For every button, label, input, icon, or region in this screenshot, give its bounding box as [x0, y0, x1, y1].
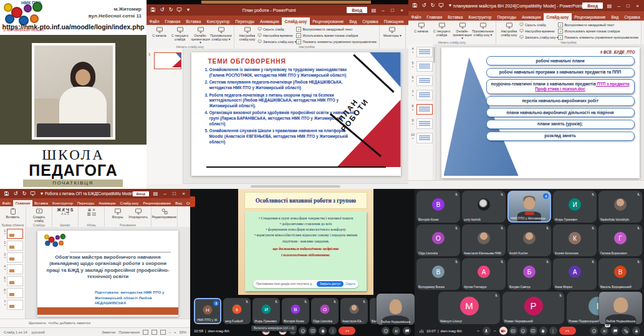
participant-tile[interactable]: OOlga Lisovska — [416, 224, 460, 256]
participant-tile[interactable]: НМК ПТО у Житомирській о... — [507, 191, 551, 223]
zoom-level[interactable]: 33% — [179, 330, 186, 334]
slide-thumbnail[interactable]: 9* — [410, 118, 435, 129]
participant-tile[interactable]: МMaksym Lisovyi — [438, 292, 500, 324]
undo-icon[interactable]: ↺ — [421, 2, 427, 9]
raise-hand-button[interactable] — [539, 327, 547, 335]
ribbon-tab-файл[interactable]: Файл — [147, 17, 162, 25]
checkbox-checked-icon[interactable]: ✓ — [296, 27, 301, 32]
slide-thumbnail[interactable]: 7* — [2, 300, 24, 310]
slide-thumbnails-pane[interactable]: 1*2*3*4*5*6*7* — [0, 227, 26, 319]
close-button[interactable]: × — [397, 6, 406, 15]
participant-tile[interactable]: Анастасія Євгеньєва НМК П... — [462, 224, 506, 256]
setup-slideshow-button[interactable]: Настройка слайд-шоу — [237, 26, 257, 41]
participant-tile[interactable]: ИИгорь Гриневич — [553, 191, 597, 223]
qat-dropdown-icon[interactable]: ▾ — [185, 7, 191, 13]
hide-slide-button[interactable]: Скрыть слайд — [257, 26, 296, 32]
chevron-icon[interactable] — [476, 327, 481, 335]
participant-tile[interactable]: ВВікторія Козак — [416, 191, 460, 223]
maximize-button[interactable]: □ — [388, 6, 397, 15]
host-controls-button[interactable] — [632, 327, 640, 335]
participant-tile[interactable]: ВВікторія Козак — [282, 298, 309, 324]
raise-hand-button[interactable] — [319, 327, 327, 335]
present-button[interactable] — [529, 327, 537, 335]
save-icon[interactable] — [4, 191, 10, 197]
ribbon-tab-вид[interactable]: Вид — [173, 200, 185, 206]
ribbon-tab-рецензирование[interactable]: Рецензирование — [310, 17, 347, 25]
ribbon-tab-анимации[interactable]: Анимации — [257, 17, 282, 25]
ribbon-tab-рецензирование[interactable]: Рецензирование — [141, 200, 173, 206]
participant-tile[interactable]: ННМК ПТО у Ж... — [194, 298, 221, 324]
ribbon-tab-слайд-шоу[interactable]: Слайд-шоу — [544, 13, 572, 21]
paragraph-controls[interactable]: ≣ ≡☰ ☷ — [81, 208, 102, 216]
save-icon[interactable] — [412, 2, 418, 9]
ribbon-tab-справка[interactable]: Справка — [184, 200, 190, 206]
slide-thumbnail[interactable]: 4* — [2, 264, 24, 274]
ribbon-tab-переходы[interactable]: Переходы — [233, 17, 257, 25]
qat-dropdown-icon[interactable]: ▾ — [39, 191, 45, 197]
slide-thumbnail[interactable]: 5* — [2, 276, 24, 286]
reactions-button[interactable] — [519, 327, 527, 335]
more-options-button[interactable] — [329, 327, 337, 335]
from-current-slide-button[interactable]: С текущего слайда — [431, 22, 452, 37]
normal-view-icon[interactable] — [143, 330, 148, 335]
slide-thumbnail[interactable]: 6* — [2, 288, 24, 298]
from-start-button[interactable]: С начала — [411, 22, 431, 34]
rehearse-timings-button[interactable]: Настройка времени — [257, 32, 296, 38]
slideshow-view-icon[interactable] — [160, 330, 166, 335]
maximize-button[interactable]: □ — [170, 189, 179, 198]
editing-button[interactable]: Редактирование — [154, 208, 175, 219]
levels-icon[interactable] — [418, 328, 425, 334]
play-narrations-checkbox[interactable]: ✓Воспроизвести закадровый текст — [296, 26, 377, 32]
participant-tile[interactable]: ААнна Мороз — [553, 258, 597, 290]
horizontal-scrollbar[interactable] — [183, 183, 408, 189]
chat-button[interactable] — [403, 327, 411, 335]
slide-thumbnail[interactable]: 1* — [2, 229, 24, 239]
ribbon-tab-конструктор[interactable]: Конструктор — [466, 13, 494, 21]
checkbox-checked-icon[interactable]: ✓ — [296, 39, 301, 44]
participant-tile[interactable]: ВВолодимир Босюк — [416, 258, 460, 290]
chevron-icon[interactable] — [493, 327, 497, 335]
ribbon-tab-рецензирование[interactable]: Рецензирование — [572, 13, 608, 21]
redo-icon[interactable]: ↻ — [168, 7, 174, 13]
ribbon-tab-слайд-шоу[interactable]: Слайд-шоу — [282, 17, 310, 25]
meeting-info-button[interactable] — [382, 327, 390, 335]
slide-thumbnail[interactable]: 3* — [2, 252, 24, 262]
sign-in-button[interactable]: Вход — [582, 2, 603, 9]
participant-tile[interactable]: OOlga Lisovska — [311, 298, 339, 324]
checkbox-checked-icon[interactable]: ✓ — [558, 22, 563, 27]
camera-off-button[interactable] — [499, 327, 507, 335]
people-button[interactable] — [392, 327, 400, 335]
self-view-tile[interactable]: Любов Недашківська — [599, 292, 642, 324]
ribbon-tab-конструктор[interactable]: Конструктор — [50, 200, 75, 206]
start-slideshow-icon[interactable] — [30, 191, 36, 197]
setup-slideshow-button[interactable]: Настройка слайд-шоу — [499, 22, 519, 37]
participant-tile[interactable]: yuriy bortnik — [462, 191, 506, 223]
minimize-button[interactable]: – — [378, 6, 388, 15]
slide-thumbnail[interactable]: 7* — [410, 90, 435, 100]
activities-button[interactable] — [622, 327, 630, 335]
slide-thumbnail[interactable]: 5* — [410, 61, 435, 72]
participant-tile[interactable]: Andrii Kucher — [507, 224, 551, 256]
monitors-button[interactable]: Мониторы ▾ — [382, 26, 403, 38]
zoom-in-button[interactable]: + — [174, 330, 176, 334]
participant-tile[interactable]: ИИгорь Гриневич — [252, 298, 280, 324]
start-slideshow-icon[interactable] — [438, 2, 445, 9]
ribbon-tab-главная[interactable]: Главная — [424, 13, 445, 21]
paste-button[interactable]: Вставить — [2, 208, 23, 219]
ribbon-tab-файл[interactable]: Файл — [0, 200, 13, 206]
close-button[interactable]: × — [179, 189, 188, 198]
end-call-button[interactable] — [339, 327, 355, 335]
use-timings-checkbox[interactable]: ✓Использовать время показа слайдов — [296, 32, 377, 38]
slide-thumbnail[interactable]: 2* — [2, 241, 24, 251]
notes-placeholder[interactable]: Щелкните, чтобы добавить заметки — [0, 319, 190, 327]
online-presentation-button[interactable]: Онлайн-презентация ▾ — [452, 22, 473, 41]
ribbon-tab-вставка[interactable]: Вставка — [183, 17, 204, 25]
participant-tile[interactable]: ББогдан Савчук — [507, 258, 551, 290]
captions-button[interactable] — [509, 327, 517, 335]
ribbon-tab-анимации[interactable]: Анимации — [97, 200, 118, 206]
ribbon-display-options-icon[interactable]: ▤ — [369, 6, 378, 15]
shapes-button[interactable]: Фигуры — [107, 208, 128, 219]
checkbox-checked-icon[interactable]: ✓ — [558, 35, 563, 40]
ribbon-tab-главная[interactable]: Главная — [162, 17, 183, 25]
people-button[interactable]: 28 — [600, 327, 608, 335]
